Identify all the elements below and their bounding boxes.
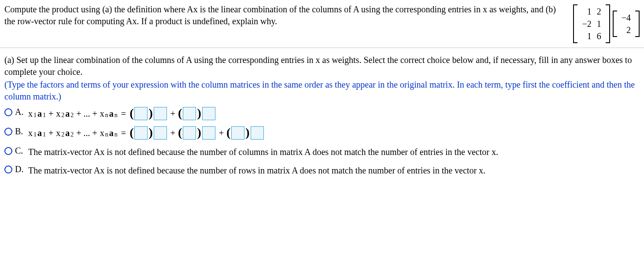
equals-sign: = — [118, 127, 129, 139]
vector-x: −4 2 — [613, 11, 640, 37]
lparen-icon: ( — [178, 107, 182, 119]
choice-B-radio[interactable] — [4, 128, 12, 136]
term-B3: ( ) — [226, 126, 265, 140]
term-B2: ( ) — [178, 126, 216, 140]
choice-A-radio[interactable] — [4, 108, 12, 116]
part-a-intro: (a) Set up the linear combination of the… — [4, 54, 640, 78]
prompt-line-3: undefined, explain why. — [192, 16, 277, 26]
choice-B-coef-2-input[interactable] — [183, 126, 196, 140]
choice-B-expression: x1a1 + x2a2 + ... + xnan = ( ) + ( ) — [28, 126, 640, 140]
choice-D-label: D. — [15, 164, 26, 174]
choice-A-coef-1-input[interactable] — [134, 107, 148, 120]
choice-B-row: B. x1a1 + x2a2 + ... + xnan = ( ) + ( — [4, 126, 640, 140]
x-1: −4 — [619, 11, 633, 24]
choice-A-expression: x1a1 + x2a2 + ... + xnan = ( ) + ( ) — [28, 107, 640, 120]
choice-A-label: A. — [15, 107, 26, 117]
A-3-1: 1 — [579, 30, 594, 42]
choice-C-text: The matrix-vector Ax is not defined beca… — [28, 146, 640, 158]
equals-sign: = — [118, 107, 129, 120]
choice-A-col-2-input[interactable] — [202, 107, 215, 120]
hint-line-1: (Type the factors and terms of your expr… — [4, 80, 398, 89]
plus-icon: + — [169, 107, 177, 120]
part-a-hint: (Type the factors and terms of your expr… — [4, 79, 640, 103]
choices-group: A. x1a1 + x2a2 + ... + xnan = ( ) + ( — [4, 107, 640, 177]
part-a-intro-line-1: (a) Set up the linear combination of the… — [4, 55, 425, 65]
matrices-display: 12 −21 16 −4 2 — [573, 4, 640, 43]
choice-A-row: A. x1a1 + x2a2 + ... + xnan = ( ) + ( — [4, 107, 640, 120]
term-A1: ( ) — [130, 107, 168, 120]
rparen-icon: ) — [197, 126, 201, 139]
choice-B-coef-3-input[interactable] — [231, 126, 244, 140]
lparen-icon: ( — [226, 126, 230, 139]
choice-A-coef-2-input[interactable] — [183, 107, 196, 120]
choice-C-radio[interactable] — [4, 147, 12, 155]
lparen-icon: ( — [130, 107, 133, 119]
A-1-1: 1 — [579, 5, 594, 18]
choice-B-col-1-input[interactable] — [154, 126, 167, 140]
question-body: (a) Set up the linear combination of the… — [0, 48, 644, 187]
plus-icon: + — [217, 127, 226, 139]
x-2: 2 — [619, 24, 633, 36]
question-prompt: Compute the product using (a) the defini… — [4, 4, 573, 27]
A-3-2: 6 — [594, 30, 604, 42]
choice-C-row: C. The matrix-vector Ax is not defined b… — [4, 146, 640, 158]
lparen-icon: ( — [178, 126, 182, 139]
matrix-A: 12 −21 16 — [573, 4, 610, 43]
rparen-icon: ) — [148, 107, 152, 119]
lparen-icon: ( — [130, 126, 133, 139]
choice-D-text: The matrix-vector Ax is not defined beca… — [28, 164, 640, 177]
choice-B-col-2-input[interactable] — [202, 126, 215, 140]
rparen-icon: ) — [245, 126, 249, 139]
A-2-1: −2 — [579, 18, 594, 30]
choice-D-radio[interactable] — [4, 166, 12, 173]
choice-B-col-3-input[interactable] — [251, 126, 264, 140]
A-2-2: 1 — [594, 18, 604, 30]
choice-A-col-1-input[interactable] — [154, 107, 167, 120]
choice-B-coef-1-input[interactable] — [134, 126, 148, 140]
A-1-2: 2 — [594, 5, 604, 18]
term-A2: ( ) — [178, 107, 216, 120]
rparen-icon: ) — [197, 107, 201, 119]
choice-B-label: B. — [15, 126, 26, 136]
prompt-line-1: Compute the product using (a) the defini… — [4, 4, 380, 14]
question-header: Compute the product using (a) the defini… — [0, 0, 644, 48]
rparen-icon: ) — [148, 126, 152, 139]
term-B1: ( ) — [130, 126, 168, 140]
choice-D-row: D. The matrix-vector Ax is not defined b… — [4, 164, 640, 177]
choice-C-label: C. — [15, 146, 26, 156]
plus-icon: + — [169, 127, 177, 139]
